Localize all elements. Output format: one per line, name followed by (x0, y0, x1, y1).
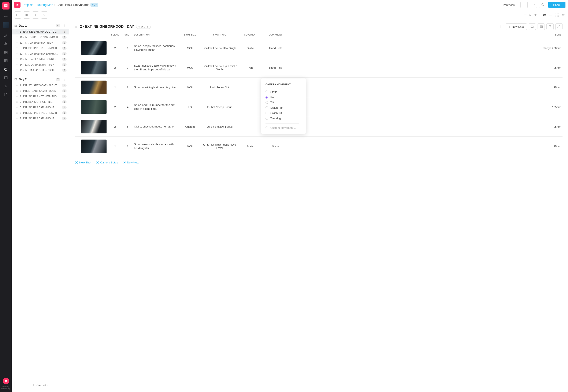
tag-tool-button[interactable] (538, 24, 545, 30)
brand-icon[interactable] (14, 2, 20, 8)
collapse-rail-button[interactable] (0, 13, 12, 19)
cell-shot-size[interactable]: MCU (179, 86, 202, 89)
more-menu-button[interactable]: ••• (530, 2, 537, 8)
rail-item-sliders[interactable] (0, 82, 12, 90)
select-all-checkbox[interactable] (500, 25, 504, 28)
share-button[interactable]: Share (548, 2, 566, 8)
popover-option[interactable]: Tilt (265, 100, 299, 105)
cell-shot-type[interactable]: OTS / Shallow Focus (202, 125, 238, 128)
cell-lens[interactable]: 135mm (288, 106, 563, 109)
new-shot-button[interactable]: +New Shot (506, 24, 527, 30)
rail-item-sheets[interactable] (0, 56, 12, 65)
popover-option[interactable]: Tracking (265, 116, 299, 121)
cell-shot-type[interactable]: 2-Shot / Deep Focus (202, 106, 238, 109)
link-tool-button[interactable] (555, 24, 563, 30)
zoom-in-button[interactable]: + (534, 13, 537, 17)
table-row[interactable]: 2 3 Stuart unwittingly strums his guitar… (75, 78, 563, 97)
drag-handle-icon[interactable] (15, 58, 18, 60)
table-row[interactable]: 2 4 Stuart and Claire meet for the first… (75, 97, 563, 117)
sidebar-scene-item[interactable]: 12 · INT. LA SIRENITA BATHRO... 0 (12, 51, 69, 56)
view-list-simple[interactable] (549, 13, 553, 17)
drag-handle-icon[interactable] (15, 95, 18, 98)
rail-item-calendar[interactable] (0, 73, 12, 82)
cell-equipment[interactable]: Sticks (263, 145, 288, 148)
zoom-out-button[interactable]: − (524, 13, 527, 17)
table-row[interactable]: 2 2 Stuart notices Claire walking down t… (75, 58, 563, 78)
breadcrumb-projects[interactable]: Projects (23, 3, 33, 7)
sidebar-scene-item[interactable]: 2 · EXT. NEIGHBORHOOD - D... 6 (12, 29, 69, 34)
export-button[interactable] (520, 2, 528, 8)
shot-thumbnail[interactable] (81, 100, 107, 114)
sidebar-scene-item[interactable]: 7 · INT. SKIPP'S BAR - NIGHT 6 (12, 116, 69, 121)
drag-handle-icon[interactable] (15, 47, 18, 49)
sidebar-scene-item[interactable]: 15 · INT. MUSIC CLUB - NIGHT 0 (12, 68, 69, 73)
rail-item-shotlist[interactable] (0, 65, 12, 73)
drag-handle-icon[interactable] (15, 90, 18, 92)
shot-thumbnail[interactable] (81, 120, 107, 133)
sidebar-scene-item[interactable]: 9 · INT. BEN'S OFFICE - NIGHT 0 (12, 99, 69, 105)
cell-lens[interactable]: Fish-eye / 30mm (288, 46, 563, 50)
popover-custom-movement[interactable]: Custom Movement... (265, 126, 299, 129)
camera-movement-popover[interactable]: CAMERA MOVEMENT StaticPanTiltSwish PanSw… (261, 78, 306, 134)
day-header[interactable]: Day 2 7 ⋮ (12, 76, 69, 83)
layout-mode-a[interactable] (14, 11, 21, 19)
cell-shot-size[interactable]: MCU (179, 46, 202, 50)
cell-shot-size[interactable]: Custom (179, 125, 202, 128)
shot-thumbnail[interactable] (81, 41, 107, 55)
table-row[interactable]: 2 6 Stuart nervously tries to talk with … (75, 137, 563, 156)
drag-handle-icon[interactable] (15, 36, 18, 39)
project-thumbnail[interactable] (3, 22, 9, 28)
drag-handle-icon[interactable] (75, 25, 78, 28)
shot-thumbnail[interactable] (81, 140, 107, 153)
cell-equipment[interactable]: Hand Held (263, 46, 288, 50)
cell-movement[interactable]: Static (238, 46, 263, 50)
drag-handle-icon[interactable] (15, 106, 18, 109)
drag-handle-icon[interactable] (15, 52, 18, 55)
cell-shot-type[interactable]: Rack Focus / LA (202, 86, 238, 89)
cell-lens[interactable]: 35mm (288, 86, 563, 89)
action-new-note[interactable]: +New Note (123, 161, 139, 164)
sidebar-scene-item[interactable]: 13 · INT. LA SIRENITA CORRID... 0 (12, 56, 69, 62)
popover-option[interactable]: Swish Tilt (265, 110, 299, 116)
drag-handle-icon[interactable] (15, 63, 18, 66)
day-more-button[interactable]: ⋮ (62, 24, 67, 27)
view-grid[interactable] (555, 13, 559, 17)
view-list-detail[interactable] (542, 13, 546, 17)
search-icon[interactable] (529, 13, 532, 17)
cell-shot-size[interactable]: MCU (179, 145, 202, 148)
day-more-button[interactable]: ⋮ (62, 78, 67, 81)
support-chat-button[interactable] (3, 378, 9, 384)
sidebar-scene-item[interactable]: 5 · INT. SKIPP'S STAGE - NIGHT 0 (12, 45, 69, 51)
breadcrumb-project[interactable]: Touring Man (37, 3, 53, 7)
cell-shot-type[interactable]: OTS / Shallow Focus / Eye Level (202, 143, 238, 150)
popover-option[interactable]: Static (265, 89, 299, 95)
note-tool-button[interactable] (546, 24, 554, 30)
camera-tool-button[interactable] (529, 24, 536, 30)
print-view-button[interactable]: Print View (500, 2, 518, 8)
sidebar-scene-item[interactable]: 1 · INT. STUART'S CAR - NIGHT 0 (12, 83, 69, 88)
version-selector[interactable]: v1▾ (90, 3, 98, 7)
day-header[interactable]: Day 1 6 ⋮ (12, 22, 69, 29)
drag-handle-icon[interactable] (15, 101, 18, 103)
sidebar-scene-item[interactable]: 3 · INT. STUART'S CAR - DUSK 1 (12, 88, 69, 94)
view-presentation[interactable] (561, 13, 566, 17)
table-row[interactable]: 2 1 Stuart, deeply focused, continues pl… (75, 38, 563, 58)
sidebar-scene-item[interactable]: 11 · INT. LA SIRENITA - NIGHT 0 (12, 40, 69, 45)
cell-shot-type[interactable]: Shallow Focus / Eye Level / Single (202, 65, 238, 71)
cell-equipment[interactable]: Hand Held (263, 66, 288, 69)
cell-lens[interactable]: 85mm (288, 125, 563, 128)
popover-option[interactable]: Pan (265, 95, 299, 100)
new-list-button[interactable]: + New List ▾ (14, 381, 66, 389)
settings-button[interactable] (32, 11, 39, 19)
rail-item-boards[interactable] (0, 48, 12, 56)
drag-handle-icon[interactable] (15, 84, 18, 87)
cell-movement[interactable]: Static (238, 145, 263, 148)
drag-handle-icon[interactable] (15, 42, 18, 44)
action-new-shot[interactable]: +New Shot (75, 161, 91, 164)
cell-lens[interactable]: 85mm (288, 66, 563, 69)
shot-thumbnail[interactable] (81, 81, 107, 94)
sidebar-scene-item[interactable]: 10 · INT. STUART'S CAR - NIGHT 0 (12, 34, 69, 40)
layout-mode-b[interactable] (23, 11, 30, 19)
drag-handle-icon[interactable] (15, 112, 18, 114)
help-button[interactable]: ? (41, 11, 48, 19)
